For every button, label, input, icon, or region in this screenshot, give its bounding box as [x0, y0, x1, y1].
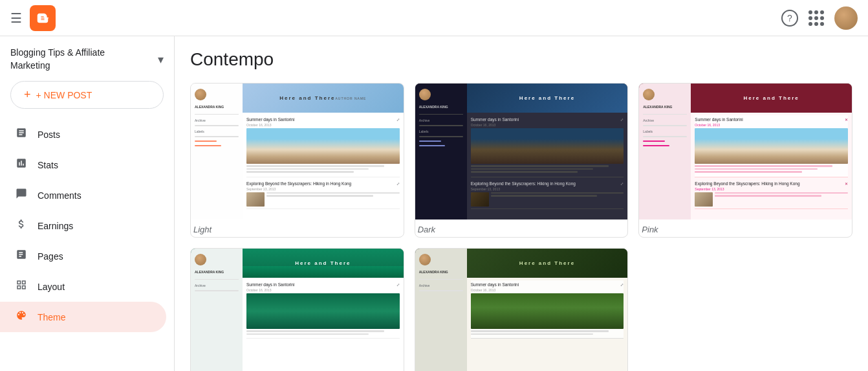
- theme-preview-light: ALEXANDRA KING Archive Labels Here and T…: [191, 84, 404, 219]
- comments-icon: [16, 188, 27, 203]
- sidebar-item-posts[interactable]: Posts: [0, 119, 166, 150]
- topbar-left: ☰: [10, 5, 56, 31]
- pages-label: Pages: [38, 251, 63, 262]
- help-icon[interactable]: ?: [781, 10, 798, 27]
- blog-selector[interactable]: Blogging Tips & Affiliate Marketing ▾: [0, 41, 174, 74]
- theme-preview-dark: ALEXANDRA KING Archive Labels Here and T…: [415, 84, 628, 219]
- new-post-button[interactable]: + + NEW POST: [10, 81, 164, 109]
- sidebar-item-layout[interactable]: Layout: [0, 271, 166, 302]
- pages-icon: [16, 249, 27, 264]
- avatar[interactable]: [834, 6, 858, 30]
- apps-icon[interactable]: [808, 10, 824, 26]
- content-area: Contempo ALEXANDRA KING Archive Labels: [175, 36, 868, 371]
- theme-card-jungle[interactable]: ALEXANDRA KING Archive Here and There Su…: [415, 248, 629, 371]
- sidebar: Blogging Tips & Affiliate Marketing ▾ + …: [0, 36, 175, 371]
- theme-icon: [16, 309, 27, 324]
- theme-preview-jungle: ALEXANDRA KING Archive Here and There Su…: [415, 249, 628, 371]
- earnings-icon: [16, 218, 27, 233]
- dropdown-arrow-icon: ▾: [158, 52, 164, 67]
- theme-label-light: Light: [191, 219, 404, 237]
- theme-preview-teal: ALEXANDRA KING Archive Here and There: [191, 249, 404, 371]
- theme-card-light[interactable]: ALEXANDRA KING Archive Labels Here and T…: [190, 83, 404, 238]
- earnings-label: Earnings: [38, 221, 73, 231]
- topbar: ☰ ?: [0, 0, 868, 36]
- theme-label-pink: Pink: [639, 219, 852, 237]
- main-layout: Blogging Tips & Affiliate Marketing ▾ + …: [0, 36, 868, 371]
- layout-icon: [16, 279, 27, 294]
- sidebar-item-earnings[interactable]: Earnings: [0, 210, 166, 241]
- theme-label-dark: Dark: [415, 219, 628, 237]
- hamburger-icon[interactable]: ☰: [10, 10, 22, 26]
- theme-card-dark[interactable]: ALEXANDRA KING Archive Labels Here and T…: [415, 83, 629, 238]
- blogger-logo: [30, 5, 56, 31]
- comments-label: Comments: [38, 190, 81, 201]
- sidebar-item-stats[interactable]: Stats: [0, 150, 166, 180]
- sidebar-item-comments[interactable]: Comments: [0, 180, 166, 210]
- theme-card-pink[interactable]: ALEXANDRA KING Archive Labels Here and T…: [638, 83, 852, 238]
- sidebar-item-theme[interactable]: Theme: [0, 302, 166, 332]
- posts-label: Posts: [38, 129, 60, 140]
- blog-name: Blogging Tips & Affiliate Marketing: [10, 47, 105, 72]
- theme-placeholder: [638, 248, 852, 371]
- topbar-right: ?: [781, 6, 858, 30]
- theme-label: Theme: [38, 312, 66, 322]
- sidebar-item-pages[interactable]: Pages: [0, 241, 166, 271]
- theme-card-teal[interactable]: ALEXANDRA KING Archive Here and There: [190, 248, 404, 371]
- plus-icon: +: [24, 88, 31, 102]
- stats-label: Stats: [38, 160, 58, 170]
- posts-icon: [16, 127, 27, 142]
- stats-icon: [16, 157, 27, 172]
- layout-label: Layout: [38, 282, 65, 292]
- theme-preview-pink: ALEXANDRA KING Archive Labels Here and T…: [639, 84, 852, 219]
- page-title: Contempo: [190, 49, 852, 70]
